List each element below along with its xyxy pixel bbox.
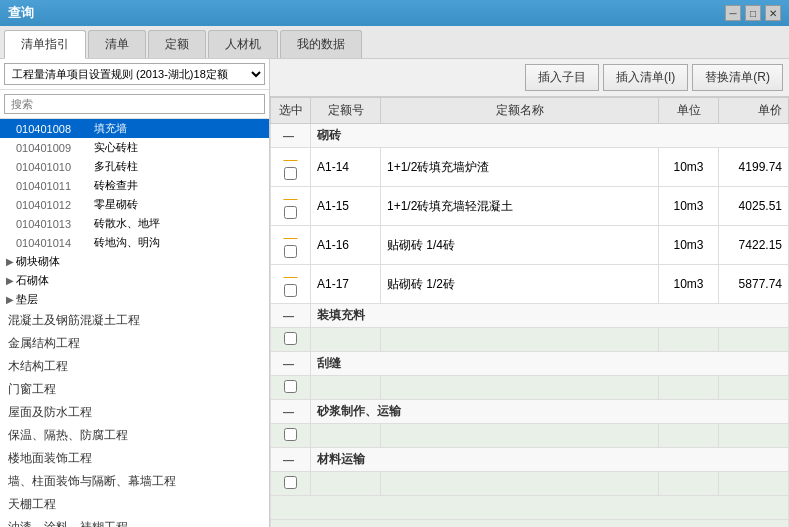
section-砌砖: — 砌砖	[271, 124, 789, 148]
row-name: 贴砌砖 1/2砖	[381, 265, 659, 304]
empty-cell	[659, 472, 719, 496]
tree-item-砌块砌体[interactable]: ▶ 砌块砌体	[0, 252, 269, 271]
tree-item-木结构[interactable]: 木结构工程	[0, 355, 269, 378]
row-price: 4025.51	[719, 187, 789, 226]
section-toggle-cell: —	[271, 400, 311, 424]
table-row: — A1-17 贴砌砖 1/2砖 10m3 5877.74	[271, 265, 789, 304]
tree-code: 010401012	[16, 199, 88, 211]
title-bar: 查询 ─ □ ✕	[0, 0, 789, 26]
table-row-empty	[271, 472, 789, 496]
tree-code: 010401014	[16, 237, 88, 249]
indicator-cell: —	[271, 226, 311, 265]
empty-cell	[311, 328, 381, 352]
action-buttons: 插入子目 插入清单(I) 替换清单(R)	[270, 59, 789, 97]
row-checkbox[interactable]	[284, 380, 297, 393]
close-button[interactable]: ✕	[765, 5, 781, 21]
col-header-code: 定额号	[311, 98, 381, 124]
section-砂浆制作运输: — 砂浆制作、运输	[271, 400, 789, 424]
table-row-empty	[271, 496, 789, 520]
section-toggle-cell: —	[271, 448, 311, 472]
table-row: — A1-16 贴砌砖 1/4砖 10m3 7422.15	[271, 226, 789, 265]
insert-list-button[interactable]: 插入清单(I)	[603, 64, 688, 91]
tree-code: 010401010	[16, 161, 88, 173]
tree-label: 石砌体	[16, 273, 49, 288]
tree-item-010401012[interactable]: 010401012 零星砌砖	[0, 195, 269, 214]
insert-child-button[interactable]: 插入子目	[525, 64, 599, 91]
row-code: A1-14	[311, 148, 381, 187]
row-checkbox[interactable]	[284, 206, 297, 219]
tree-code: 010401011	[16, 180, 88, 192]
col-header-price: 单价	[719, 98, 789, 124]
section-collapse-icon[interactable]: —	[283, 406, 294, 418]
row-code: A1-15	[311, 187, 381, 226]
minimize-button[interactable]: ─	[725, 5, 741, 21]
tab-清单[interactable]: 清单	[88, 30, 146, 58]
tree-item-混凝土[interactable]: 混凝土及钢筋混凝土工程	[0, 309, 269, 332]
expand-icon: ▶	[4, 294, 16, 305]
search-box	[0, 90, 269, 119]
tree-item-010401014[interactable]: 010401014 砖地沟、明沟	[0, 233, 269, 252]
tree-area: 010401008 填充墙 010401009 实心砖柱 010401010 多…	[0, 119, 269, 527]
tab-bar: 清单指引 清单 定额 人材机 我的数据	[0, 26, 789, 59]
tree-item-油漆[interactable]: 油漆、涂料、裱糊工程	[0, 516, 269, 527]
tab-人材机[interactable]: 人材机	[208, 30, 278, 58]
tab-定额[interactable]: 定额	[148, 30, 206, 58]
tree-item-010401009[interactable]: 010401009 实心砖柱	[0, 138, 269, 157]
row-name: 贴砌砖 1/4砖	[381, 226, 659, 265]
tree-item-墙柱面[interactable]: 墙、柱面装饰与隔断、幕墙工程	[0, 470, 269, 493]
empty-cell	[271, 520, 789, 528]
row-checkbox[interactable]	[284, 332, 297, 345]
table-row: — A1-14 1+1/2砖填充墙炉渣 10m3 4199.74	[271, 148, 789, 187]
row-indicator: —	[284, 229, 298, 245]
tree-label: 实心砖柱	[94, 140, 138, 155]
section-collapse-icon[interactable]: —	[283, 454, 294, 466]
row-name: 1+1/2砖填充墙轻混凝土	[381, 187, 659, 226]
section-collapse-icon[interactable]: —	[283, 310, 294, 322]
tree-item-楼地面[interactable]: 楼地面装饰工程	[0, 447, 269, 470]
project-rules-dropdown[interactable]: 工程量清单项目设置规则 (2013-湖北)18定额	[4, 63, 265, 85]
section-collapse-icon[interactable]: —	[283, 130, 294, 142]
row-price: 5877.74	[719, 265, 789, 304]
tree-item-010401008[interactable]: 010401008 填充墙	[0, 119, 269, 138]
empty-cell	[311, 424, 381, 448]
replace-list-button[interactable]: 替换清单(R)	[692, 64, 783, 91]
empty-cell	[659, 424, 719, 448]
indicator-cell: —	[271, 148, 311, 187]
empty-cell	[659, 328, 719, 352]
tree-item-保温[interactable]: 保温、隔热、防腐工程	[0, 424, 269, 447]
section-label-刮缝: 刮缝	[311, 352, 789, 376]
tab-清单指引[interactable]: 清单指引	[4, 30, 86, 59]
row-checkbox[interactable]	[284, 245, 297, 258]
tree-code: 010401008	[16, 123, 88, 135]
section-刮缝: — 刮缝	[271, 352, 789, 376]
tree-item-垫层[interactable]: ▶ 垫层	[0, 290, 269, 309]
row-checkbox[interactable]	[284, 167, 297, 180]
dropdown-selector[interactable]: 工程量清单项目设置规则 (2013-湖北)18定额	[0, 59, 269, 90]
empty-cell	[719, 424, 789, 448]
tree-item-010401010[interactable]: 010401010 多孔砖柱	[0, 157, 269, 176]
row-checkbox[interactable]	[284, 428, 297, 441]
empty-cell	[381, 424, 659, 448]
window-title: 查询	[8, 4, 34, 22]
tree-item-屋面防水[interactable]: 屋面及防水工程	[0, 401, 269, 424]
indicator-cell: —	[271, 187, 311, 226]
tree-label: 砖地沟、明沟	[94, 235, 160, 250]
tree-item-门窗[interactable]: 门窗工程	[0, 378, 269, 401]
search-input[interactable]	[4, 94, 265, 114]
row-checkbox[interactable]	[284, 476, 297, 489]
tree-item-天棚[interactable]: 天棚工程	[0, 493, 269, 516]
empty-checkbox-cell	[271, 472, 311, 496]
tree-item-010401011[interactable]: 010401011 砖检查井	[0, 176, 269, 195]
section-collapse-icon[interactable]: —	[283, 358, 294, 370]
tree-item-金属结构[interactable]: 金属结构工程	[0, 332, 269, 355]
tree-item-石砌体[interactable]: ▶ 石砌体	[0, 271, 269, 290]
tree-item-010401013[interactable]: 010401013 砖散水、地坪	[0, 214, 269, 233]
maximize-button[interactable]: □	[745, 5, 761, 21]
tree-code: 010401009	[16, 142, 88, 154]
empty-cell	[381, 328, 659, 352]
row-checkbox[interactable]	[284, 284, 297, 297]
empty-checkbox-cell	[271, 424, 311, 448]
left-panel: 工程量清单项目设置规则 (2013-湖北)18定额 010401008 填充墙 …	[0, 59, 270, 527]
section-label-材料运输: 材料运输	[311, 448, 789, 472]
tab-我的数据[interactable]: 我的数据	[280, 30, 362, 58]
